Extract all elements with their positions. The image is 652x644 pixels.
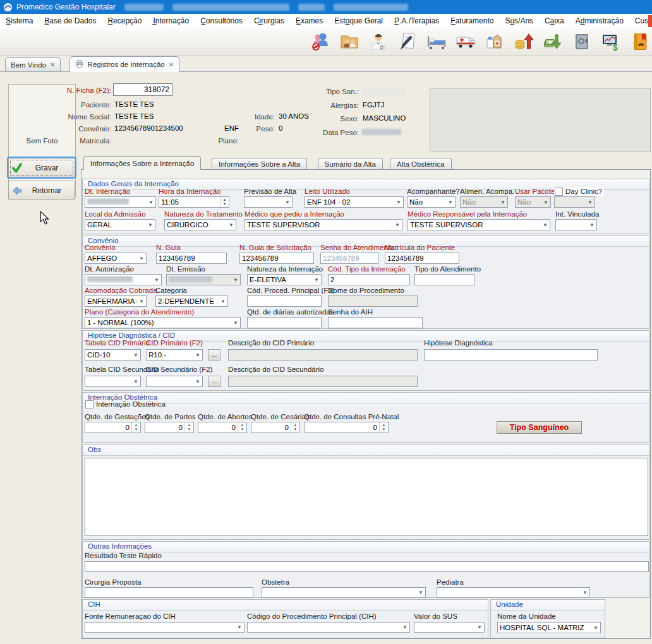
doc-tab-bem-vindo[interactable]: Bem Vindo✕ bbox=[5, 57, 61, 71]
pharmacy-supplies-icon[interactable] bbox=[484, 31, 505, 52]
cid-primario-combo[interactable]: R10.-▼ bbox=[146, 349, 203, 361]
natureza-tratamento-combo[interactable]: CIRURGICO▼ bbox=[164, 219, 236, 230]
internacao-obstetrica-checkbox[interactable]: Internação Obstétrica bbox=[85, 400, 166, 408]
doctor-icon[interactable] bbox=[368, 31, 389, 52]
fonte-remuneracao-combo[interactable]: ▼ bbox=[85, 622, 244, 633]
resultado-teste-rapido-input[interactable] bbox=[85, 561, 649, 572]
cirurgia-proposta-input[interactable] bbox=[85, 587, 253, 598]
redacted-title-text bbox=[298, 4, 325, 11]
obstetra-combo[interactable]: ▼ bbox=[262, 587, 426, 598]
alimen-acompa-label: Alimen. Acompa. bbox=[460, 188, 514, 195]
revenue-up-icon[interactable] bbox=[513, 31, 534, 52]
menu-estoque-geral[interactable]: Esto̲que Geral bbox=[329, 14, 389, 28]
hospital-bed-icon[interactable] bbox=[426, 31, 447, 52]
tabela-cid-primario-combo[interactable]: CID-10▼ bbox=[85, 349, 141, 361]
qtde-partos-spinner[interactable]: 0▲▼ bbox=[145, 422, 194, 433]
n-guia-solicitacao-input[interactable]: 123456789 bbox=[239, 253, 314, 264]
menu-exames[interactable]: E̲xames bbox=[290, 14, 329, 28]
pediatra-combo[interactable]: ▼ bbox=[437, 587, 590, 598]
cod-proced-principal-input[interactable] bbox=[247, 295, 322, 307]
int-vinculada-label: Int. Vinculada bbox=[555, 210, 599, 218]
local-admissao-combo[interactable]: GERAL▼ bbox=[85, 219, 155, 230]
tab-sumario-alta[interactable]: Sumário da Alta bbox=[318, 158, 383, 170]
ficha-input[interactable]: 318072 bbox=[113, 83, 172, 96]
users-sync-icon[interactable] bbox=[310, 31, 331, 52]
categoria-combo[interactable]: 2-DEPENDENTE▼ bbox=[155, 295, 228, 307]
matricula-paciente-input[interactable]: 123456789 bbox=[385, 253, 459, 264]
menu-internacao[interactable]: I̲nternação bbox=[147, 14, 195, 28]
menu-administracao[interactable]: Ad̲ministração bbox=[570, 14, 629, 28]
convenio-combo[interactable]: AFFEGO▼ bbox=[85, 253, 147, 264]
cid-secundario-combo[interactable]: ▼ bbox=[146, 376, 203, 387]
tab-informacoes-internacao[interactable]: Informações Sobre a Internação bbox=[83, 156, 201, 170]
dt-emissao-combo: ▼ bbox=[166, 274, 241, 285]
dt-internacao-combo[interactable]: ▼ bbox=[85, 196, 156, 208]
acompanhante-combo[interactable]: Não▼ bbox=[407, 196, 456, 208]
int-vinculada-combo[interactable]: ▼ bbox=[555, 219, 597, 230]
tab-alta-obstetrica[interactable]: Alta Obstétrica bbox=[390, 158, 451, 170]
tab-informacoes-alta[interactable]: Informações Sobre a Alta bbox=[212, 158, 307, 170]
dt-emissao-redacted-value bbox=[169, 276, 212, 282]
medico-pediu-combo[interactable]: TESTE SUPERVISOR▼ bbox=[244, 219, 402, 230]
nome-unidade-combo[interactable]: HOSPITAL SQL - MATRIZ▼ bbox=[497, 622, 601, 633]
tipo-sanguineo-button[interactable]: Tipo Sanguíneo bbox=[497, 421, 582, 434]
paciente-label: Paciente: bbox=[63, 101, 111, 109]
qtde-gestacoes-spinner[interactable]: 0▲▼ bbox=[85, 422, 141, 433]
phone-directory-icon[interactable] bbox=[629, 31, 651, 52]
qtde-consultas-prenatal-spinner[interactable]: 0▲▼ bbox=[304, 422, 389, 433]
leito-utilizado-combo[interactable]: ENF 104 - 02▼ bbox=[305, 196, 404, 208]
n-guia-input[interactable]: 123456789 bbox=[156, 253, 227, 264]
menu-pa-terapias[interactable]: P̲.A./Terapias bbox=[389, 14, 445, 28]
menu-sistema[interactable]: S̲istema bbox=[0, 14, 39, 28]
cid-primario-browse-button[interactable]: ... bbox=[208, 349, 220, 361]
menu-faturamento[interactable]: F̲aturamento bbox=[445, 14, 499, 28]
spinner-arrows-icon[interactable]: ▲▼ bbox=[238, 422, 246, 432]
spinner-arrows-icon[interactable]: ▲▼ bbox=[184, 422, 193, 432]
menu-sus-ans[interactable]: Su̲s/Ans bbox=[499, 14, 539, 28]
senha-atendimento-input[interactable]: 123456789 bbox=[320, 253, 378, 264]
obs-textarea[interactable] bbox=[85, 458, 648, 536]
spinner-arrows-icon[interactable]: ▲▼ bbox=[131, 422, 140, 432]
previsao-alta-combo[interactable]: ▼ bbox=[244, 196, 293, 208]
cod-tipo-internacao-input[interactable]: 2 bbox=[328, 274, 410, 285]
hora-internacao-spinner[interactable]: 11:05▲▼ bbox=[159, 196, 229, 208]
doc-tab-registros-internacao[interactable]: Registros de Internação✕ bbox=[69, 56, 180, 72]
menu-recepcao[interactable]: R̲ecepção bbox=[102, 14, 147, 28]
admission-document-icon[interactable] bbox=[397, 31, 418, 52]
qtde-abortos-spinner[interactable]: 0▲▼ bbox=[198, 422, 247, 433]
senha-aih-label: Senha do AIH bbox=[328, 308, 373, 316]
qtd-diarias-input[interactable] bbox=[247, 317, 322, 328]
natureza-internacao-combo[interactable]: E-ELETIVA▼ bbox=[247, 274, 322, 285]
financial-analysis-icon[interactable]: $ bbox=[600, 31, 622, 52]
menu-caixa[interactable]: Ca̲ixa bbox=[539, 14, 570, 28]
menu-consultorios[interactable]: C̲onsultórios bbox=[195, 14, 248, 28]
hipotese-diagnostica-input[interactable] bbox=[424, 349, 598, 361]
dt-autorizacao-combo[interactable]: ▼ bbox=[85, 274, 162, 285]
expenses-down-icon[interactable] bbox=[542, 31, 564, 52]
spinner-arrows-icon[interactable]: ▲▼ bbox=[220, 197, 229, 207]
acomodacao-cobrada-combo[interactable]: ENFERMARIA (1)▼ bbox=[85, 295, 147, 307]
tipo-atendimento-input[interactable] bbox=[414, 274, 474, 285]
menu-cirurgias[interactable]: Ci̲rurgias bbox=[248, 14, 290, 28]
medico-responsavel-combo[interactable]: TESTE SUPERVISOR▼ bbox=[408, 219, 550, 230]
tabela-cid-secundario-combo[interactable]: ▼ bbox=[85, 376, 141, 387]
dropdown-arrow-icon: ▼ bbox=[401, 624, 409, 630]
safe-icon[interactable] bbox=[571, 31, 593, 52]
tab-close-icon[interactable]: ✕ bbox=[50, 61, 55, 68]
ambulance-icon[interactable] bbox=[455, 31, 476, 52]
menu-base-de-dados[interactable]: B̲ase de Dados bbox=[39, 14, 102, 28]
tab-close-icon[interactable]: ✕ bbox=[169, 61, 174, 68]
spinner-arrows-icon[interactable]: ▲▼ bbox=[379, 422, 388, 432]
codigo-procedimento-cih-combo[interactable]: ▼ bbox=[247, 622, 410, 633]
day-clinic-checkbox[interactable]: Day Clinic? bbox=[554, 187, 604, 196]
valor-sus-combo[interactable]: ▼ bbox=[414, 622, 485, 633]
gravar-button[interactable]: Gravar bbox=[8, 158, 75, 177]
cid-secundario-browse-button[interactable]: ... bbox=[208, 376, 220, 387]
spinner-arrows-icon[interactable]: ▲▼ bbox=[291, 422, 299, 432]
plano-categoria-combo[interactable]: 1 - NORMAL (100%)▼ bbox=[85, 317, 241, 328]
patient-folder-icon[interactable] bbox=[339, 31, 360, 52]
senha-aih-input[interactable] bbox=[328, 317, 423, 328]
qtde-cesarias-spinner[interactable]: 0▲▼ bbox=[251, 422, 300, 433]
descricao-cid-secundario-input bbox=[228, 376, 418, 387]
retornar-button[interactable]: Retornar bbox=[8, 181, 75, 200]
